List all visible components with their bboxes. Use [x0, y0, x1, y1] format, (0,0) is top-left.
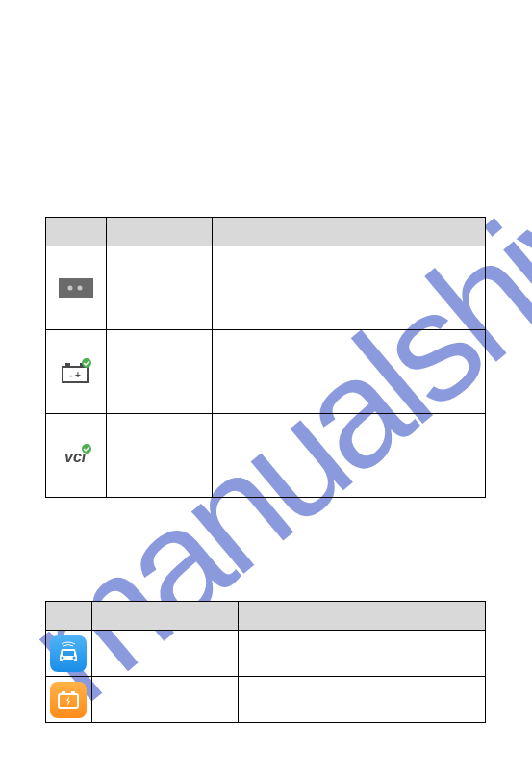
table-row: - +	[46, 330, 486, 414]
table-cell	[238, 677, 485, 723]
svg-point-2	[77, 286, 82, 291]
battery-check-icon: - +	[59, 357, 93, 386]
icon-cell: - +	[46, 330, 107, 414]
svg-rect-11	[63, 651, 74, 656]
icon-cell	[46, 246, 107, 330]
vci-check-icon: vci	[59, 443, 93, 468]
table-cell	[212, 414, 485, 498]
table-row	[46, 631, 486, 677]
svg-rect-0	[59, 278, 93, 298]
header-cell	[106, 218, 212, 246]
svg-text:- +: - +	[69, 370, 81, 380]
table-cell	[238, 631, 485, 677]
table-header-row	[46, 218, 486, 246]
header-cell	[46, 218, 107, 246]
svg-point-1	[67, 286, 72, 291]
svg-rect-16	[62, 691, 65, 694]
header-cell	[238, 602, 485, 631]
table-cell	[212, 330, 485, 414]
table-cell	[106, 246, 212, 330]
charge-app-icon	[50, 682, 87, 718]
table-row	[46, 677, 486, 723]
icons-table-1: - + vci	[45, 217, 486, 498]
icon-cell: vci	[46, 414, 107, 498]
icons-table-2	[45, 601, 486, 723]
table-row: vci	[46, 414, 486, 498]
icon-cell	[46, 677, 92, 723]
table-header-row	[46, 602, 486, 631]
table-cell	[106, 414, 212, 498]
header-cell	[212, 218, 485, 246]
svg-rect-4	[65, 363, 70, 367]
svg-rect-17	[71, 691, 75, 694]
table-cell	[106, 330, 212, 414]
dots-icon	[59, 278, 93, 298]
car-app-icon	[50, 635, 87, 672]
svg-point-12	[62, 656, 64, 659]
table-cell	[212, 246, 485, 330]
icon-cell	[46, 631, 92, 677]
header-cell	[91, 602, 238, 631]
table-cell	[91, 631, 238, 677]
header-cell	[46, 602, 92, 631]
svg-point-13	[73, 656, 76, 659]
table-cell	[91, 677, 238, 723]
table-row	[46, 246, 486, 330]
